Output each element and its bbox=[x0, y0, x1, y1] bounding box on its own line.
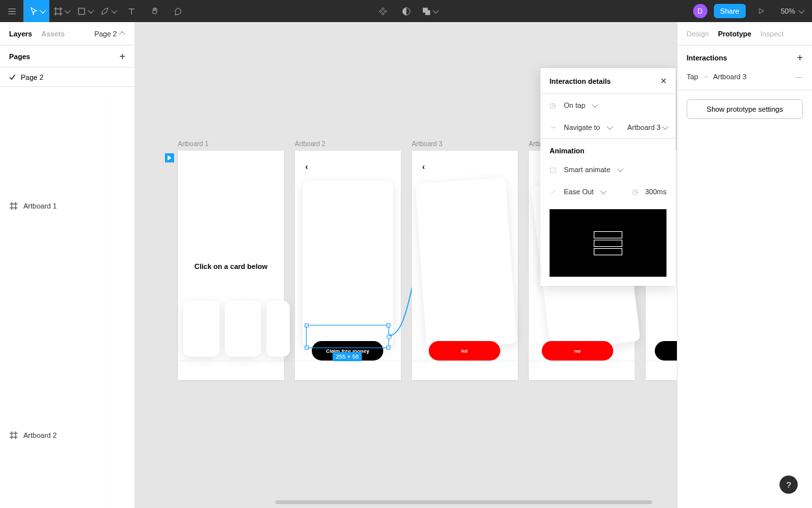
shape-tool[interactable] bbox=[73, 0, 96, 22]
card bbox=[303, 181, 393, 347]
nav-slot bbox=[248, 361, 283, 380]
comment-tool[interactable] bbox=[166, 0, 190, 22]
main-menu-button[interactable] bbox=[0, 0, 23, 22]
component-tool[interactable] bbox=[371, 0, 394, 22]
pill-button: lol bbox=[429, 341, 500, 361]
boolean-tool[interactable] bbox=[418, 0, 441, 22]
text-tool[interactable] bbox=[120, 0, 143, 22]
left-panel: Layers Assets Page 2 Pages+ Page 2 Artbo… bbox=[0, 22, 135, 508]
pill-button bbox=[655, 341, 677, 361]
page-selector[interactable]: Page 2 bbox=[94, 30, 125, 38]
nav-slot bbox=[365, 361, 400, 380]
animation-header: Animation bbox=[540, 138, 676, 159]
selection-dimensions: 255 × 58 bbox=[333, 352, 362, 361]
user-avatar[interactable]: D bbox=[693, 4, 707, 18]
artboard-label[interactable]: Artboard 2 bbox=[295, 140, 325, 147]
back-chevron-icon: ‹ bbox=[422, 162, 425, 171]
interaction-details-popup: Interaction details× ◷On tap →Navigate t… bbox=[540, 68, 676, 286]
nav-slot bbox=[178, 361, 213, 380]
artboard[interactable]: Click on a card below bbox=[178, 151, 284, 380]
svg-rect-0 bbox=[79, 8, 84, 14]
pen-tool[interactable] bbox=[96, 0, 120, 22]
back-chevron-icon: ‹ bbox=[305, 162, 308, 171]
page-item[interactable]: Page 2 bbox=[0, 68, 134, 87]
mask-tool[interactable] bbox=[394, 0, 418, 22]
layers-tab[interactable]: Layers bbox=[9, 30, 32, 38]
action-row[interactable]: →Navigate to Artboard 3 bbox=[540, 116, 676, 138]
add-interaction-button[interactable]: + bbox=[797, 52, 803, 64]
interactions-header: Interactions bbox=[687, 54, 727, 62]
card-thumb bbox=[225, 301, 261, 357]
animation-preview bbox=[550, 209, 666, 277]
artboard-text: Click on a card below bbox=[178, 262, 284, 270]
easing-row[interactable]: ⟋Ease Out ◷300ms bbox=[540, 181, 676, 203]
trigger-row[interactable]: ◷On tap bbox=[540, 94, 676, 116]
card bbox=[415, 177, 517, 349]
move-tool[interactable] bbox=[23, 0, 49, 22]
present-button[interactable] bbox=[751, 7, 772, 15]
assets-tab[interactable]: Assets bbox=[41, 30, 64, 38]
design-tab[interactable]: Design bbox=[687, 30, 709, 38]
layer-row[interactable]: Artboard 2 bbox=[0, 320, 106, 508]
close-icon[interactable]: × bbox=[661, 75, 666, 87]
pages-header: Pages bbox=[9, 53, 30, 60]
layers-list: Artboard 1Artboard 2Artboard 3BackCardNa… bbox=[0, 87, 134, 508]
zoom-level[interactable]: 50% bbox=[772, 7, 812, 15]
hand-tool[interactable] bbox=[143, 0, 166, 22]
card-thumb bbox=[183, 301, 220, 357]
nav-slot bbox=[295, 361, 330, 380]
card-thumb bbox=[266, 301, 290, 357]
layer-row[interactable]: Artboard 1 bbox=[0, 91, 106, 320]
top-toolbar: D Share 50% bbox=[0, 0, 812, 22]
nav-slot bbox=[213, 361, 248, 380]
show-prototype-settings-button[interactable]: Show prototype settings bbox=[687, 99, 803, 119]
frame-tool[interactable] bbox=[49, 0, 73, 22]
artboard-label[interactable]: Artboard 3 bbox=[412, 140, 442, 147]
popup-title: Interaction details bbox=[550, 77, 611, 85]
nav-slot bbox=[330, 361, 365, 380]
flow-start-icon[interactable] bbox=[165, 153, 174, 162]
artboard-label[interactable]: Artboard 1 bbox=[178, 140, 209, 147]
add-page-button[interactable]: + bbox=[120, 51, 125, 62]
inspect-tab[interactable]: Inspect bbox=[761, 30, 783, 38]
share-button[interactable]: Share bbox=[714, 4, 746, 18]
right-panel: Design Prototype Inspect Interactions+ T… bbox=[677, 22, 812, 508]
help-button[interactable]: ? bbox=[780, 476, 798, 494]
interaction-item[interactable]: Tap→Artboard 3— bbox=[687, 70, 803, 83]
artboard[interactable]: ‹ lol bbox=[412, 151, 518, 380]
selection-box bbox=[306, 325, 389, 348]
horizontal-scrollbar[interactable] bbox=[275, 500, 652, 504]
prototype-tab[interactable]: Prototype bbox=[718, 30, 751, 38]
pill-button: no bbox=[542, 341, 613, 361]
svg-rect-3 bbox=[425, 10, 431, 15]
animation-type-row[interactable]: ▢Smart animate bbox=[540, 159, 676, 181]
